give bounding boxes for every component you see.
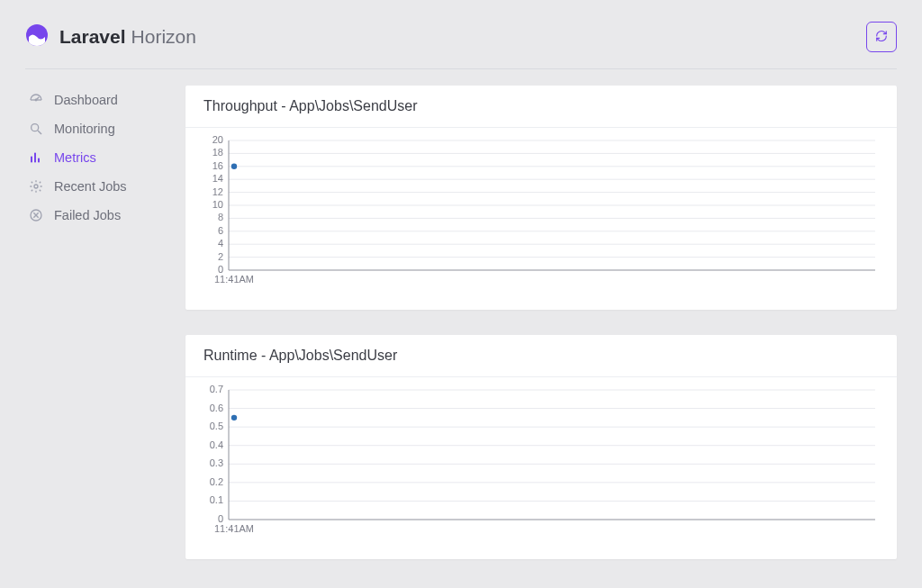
svg-rect-5 xyxy=(34,153,36,163)
svg-line-3 xyxy=(38,131,41,134)
brand: Laravel Horizon xyxy=(25,23,196,50)
brand-light: Horizon xyxy=(131,26,196,48)
refresh-icon xyxy=(875,30,888,45)
svg-text:0.6: 0.6 xyxy=(210,403,223,413)
svg-point-34 xyxy=(231,164,237,169)
svg-text:16: 16 xyxy=(212,160,223,171)
svg-text:18: 18 xyxy=(212,147,223,158)
sidebar-item-dashboard[interactable]: Dashboard xyxy=(25,86,160,114)
main-content: Throughput - App\Jobs\SendUser 024681012… xyxy=(185,86,897,584)
sidebar-item-metrics[interactable]: Metrics xyxy=(25,143,160,172)
svg-text:0.1: 0.1 xyxy=(210,494,223,505)
svg-point-53 xyxy=(231,415,237,421)
svg-text:4: 4 xyxy=(218,238,223,249)
sidebar-item-recent-jobs[interactable]: Recent Jobs xyxy=(25,172,160,201)
svg-text:0.4: 0.4 xyxy=(210,439,223,450)
header: Laravel Horizon xyxy=(25,16,897,69)
horizon-logo-icon xyxy=(25,23,49,50)
sidebar: Dashboard Monitoring Metrics Recent Jobs xyxy=(25,86,160,584)
svg-text:0.7: 0.7 xyxy=(210,384,223,394)
sidebar-item-label: Dashboard xyxy=(54,93,118,107)
card-title: Runtime - App\Jobs\SendUser xyxy=(185,335,897,377)
svg-text:8: 8 xyxy=(218,212,223,222)
gear-icon xyxy=(29,179,43,194)
bars-icon xyxy=(29,150,43,165)
runtime-chart: 00.10.20.30.40.50.60.711:41AM xyxy=(202,384,881,539)
svg-text:20: 20 xyxy=(212,135,223,145)
gauge-icon xyxy=(29,93,43,107)
throughput-chart: 0246810121416182011:41AM xyxy=(202,135,881,290)
svg-text:11:41AM: 11:41AM xyxy=(214,523,254,534)
svg-rect-4 xyxy=(31,157,32,163)
svg-text:2: 2 xyxy=(218,251,223,262)
svg-text:12: 12 xyxy=(212,186,223,197)
svg-point-7 xyxy=(34,185,38,188)
search-icon xyxy=(29,122,43,136)
sidebar-item-label: Failed Jobs xyxy=(54,208,121,222)
sidebar-item-label: Metrics xyxy=(54,150,96,165)
svg-text:0.5: 0.5 xyxy=(210,421,223,431)
svg-text:0.2: 0.2 xyxy=(210,476,223,487)
brand-bold: Laravel xyxy=(59,26,126,48)
svg-text:0.3: 0.3 xyxy=(210,457,223,468)
svg-text:14: 14 xyxy=(212,173,223,184)
svg-text:11:41AM: 11:41AM xyxy=(214,274,254,285)
card-throughput: Throughput - App\Jobs\SendUser 024681012… xyxy=(185,86,897,310)
x-circle-icon xyxy=(29,208,43,222)
svg-rect-6 xyxy=(38,158,40,163)
refresh-button[interactable] xyxy=(866,22,897,52)
sidebar-item-failed-jobs[interactable]: Failed Jobs xyxy=(25,201,160,230)
card-runtime: Runtime - App\Jobs\SendUser 00.10.20.30.… xyxy=(185,335,897,559)
svg-text:10: 10 xyxy=(212,199,223,210)
sidebar-item-label: Recent Jobs xyxy=(54,179,127,194)
svg-text:6: 6 xyxy=(218,225,223,236)
card-title: Throughput - App\Jobs\SendUser xyxy=(185,86,897,128)
brand-text: Laravel Horizon xyxy=(59,26,196,48)
svg-point-2 xyxy=(32,124,39,131)
sidebar-item-label: Monitoring xyxy=(54,122,115,136)
sidebar-item-monitoring[interactable]: Monitoring xyxy=(25,114,160,143)
